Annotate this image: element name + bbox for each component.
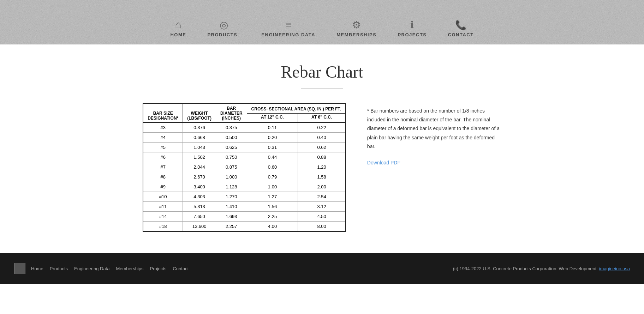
- cell-at12: 1.56: [247, 202, 298, 212]
- cell-weight: 4.303: [183, 192, 216, 202]
- info-panel: * Bar numbers are based on the number of…: [367, 103, 501, 232]
- nav-header: HOME PRODUCTS ENGINEERING DATA MEMBERSHI…: [0, 0, 644, 44]
- col-weight: WEIGHT(LBS/FOOT): [183, 103, 216, 122]
- cell-diameter: 1.693: [216, 212, 247, 222]
- cell-at6: 8.00: [298, 222, 346, 232]
- nav-products[interactable]: PRODUCTS: [207, 20, 240, 37]
- col-at12: AT 12" C.C.: [247, 113, 298, 122]
- cell-at12: 0.11: [247, 122, 298, 133]
- footer-link-contact[interactable]: Contact: [173, 266, 189, 271]
- cell-at6: 0.88: [298, 152, 346, 162]
- cell-at6: 4.50: [298, 212, 346, 222]
- nav-home-label: HOME: [170, 32, 186, 37]
- cell-bar: #3: [143, 122, 183, 133]
- cell-diameter: 0.625: [216, 143, 247, 152]
- cell-weight: 1.502: [183, 152, 216, 162]
- nav-projects-label: PROJECTS: [398, 32, 427, 37]
- cell-bar: #10: [143, 192, 183, 202]
- cell-bar: #8: [143, 172, 183, 182]
- table-row: #1813.6002.2574.008.00: [143, 222, 346, 232]
- cell-at6: 1.20: [298, 162, 346, 172]
- projects-icon: [410, 20, 414, 30]
- cell-diameter: 1.270: [216, 192, 247, 202]
- col-cross-section: CROSS- SECTIONAL AREA (SQ. IN.) PER FT.: [247, 103, 346, 113]
- cell-diameter: 0.500: [216, 133, 247, 143]
- cell-diameter: 1.128: [216, 182, 247, 192]
- cell-at12: 0.60: [247, 162, 298, 172]
- cell-diameter: 1.000: [216, 172, 247, 182]
- cell-at6: 1.58: [298, 172, 346, 182]
- cell-weight: 13.600: [183, 222, 216, 232]
- copyright-text: (c) 1994-2022 U.S. Concrete Products Cor…: [453, 266, 599, 271]
- cell-bar: #4: [143, 133, 183, 143]
- cell-bar: #6: [143, 152, 183, 162]
- cell-bar: #9: [143, 182, 183, 192]
- web-dev-link[interactable]: imagineinc-usa: [599, 266, 630, 271]
- products-icon: [220, 20, 228, 30]
- nav-memberships[interactable]: MEMBERSHIPS: [336, 20, 376, 37]
- nav-memberships-label: MEMBERSHIPS: [336, 32, 376, 37]
- cell-weight: 2.670: [183, 172, 216, 182]
- engdata-icon: [286, 19, 291, 30]
- rebar-table: BAR SIZEDESIGNATION* WEIGHT(LBS/FOOT) BA…: [143, 103, 346, 232]
- cell-at12: 0.44: [247, 152, 298, 162]
- table-row: #30.3760.3750.110.22: [143, 122, 346, 133]
- col-at6: AT 6" C.C.: [298, 113, 346, 122]
- table-row: #93.4001.1281.002.00: [143, 182, 346, 192]
- nav-contact[interactable]: CONTACT: [448, 20, 474, 37]
- cell-weight: 7.650: [183, 212, 216, 222]
- download-pdf-link[interactable]: Download PDF: [367, 160, 400, 165]
- nav-products-label: PRODUCTS: [207, 32, 240, 37]
- footer-links: HomeProductsEngineering DataMembershipsP…: [31, 266, 189, 271]
- cell-bar: #7: [143, 162, 183, 172]
- cell-at6: 0.22: [298, 122, 346, 133]
- footer-left: HomeProductsEngineering DataMembershipsP…: [14, 263, 189, 274]
- cell-diameter: 0.375: [216, 122, 247, 133]
- cell-at12: 0.79: [247, 172, 298, 182]
- cell-weight: 1.043: [183, 143, 216, 152]
- cell-weight: 0.668: [183, 133, 216, 143]
- main-content: Rebar Chart BAR SIZEDESIGNATION* WEIGHT(…: [0, 44, 644, 253]
- title-divider: [301, 89, 343, 89]
- footer-link-home[interactable]: Home: [31, 266, 43, 271]
- footer-link-memberships[interactable]: Memberships: [116, 266, 143, 271]
- footer-link-engineering-data[interactable]: Engineering Data: [74, 266, 109, 271]
- footer-link-projects[interactable]: Projects: [150, 266, 167, 271]
- cell-bar: #5: [143, 143, 183, 152]
- table-row: #72.0440.8750.601.20: [143, 162, 346, 172]
- table-row: #40.6680.5000.200.40: [143, 133, 346, 143]
- footer-logo: [14, 263, 25, 274]
- footer-copyright: (c) 1994-2022 U.S. Concrete Products Cor…: [453, 266, 630, 271]
- col-bar-size: BAR SIZEDESIGNATION*: [143, 103, 183, 122]
- cell-weight: 5.313: [183, 202, 216, 212]
- cell-at6: 0.62: [298, 143, 346, 152]
- cell-at12: 1.27: [247, 192, 298, 202]
- cell-bar: #18: [143, 222, 183, 232]
- cell-at6: 2.54: [298, 192, 346, 202]
- cell-at12: 0.31: [247, 143, 298, 152]
- cell-weight: 0.376: [183, 122, 216, 133]
- cell-at12: 2.25: [247, 212, 298, 222]
- home-icon: [175, 19, 181, 30]
- cell-weight: 3.400: [183, 182, 216, 192]
- table-row: #61.5020.7500.440.88: [143, 152, 346, 162]
- memberships-icon: [352, 20, 361, 30]
- cell-diameter: 1.410: [216, 202, 247, 212]
- nav-home[interactable]: HOME: [170, 19, 186, 37]
- nav-engineering-data[interactable]: ENGINEERING DATA: [261, 19, 315, 37]
- col-diameter: BARDIAMETER(INCHES): [216, 103, 247, 122]
- nav-engdata-label: ENGINEERING DATA: [261, 32, 315, 37]
- cell-at6: 2.00: [298, 182, 346, 192]
- footer: HomeProductsEngineering DataMembershipsP…: [0, 253, 644, 284]
- nav-projects[interactable]: PROJECTS: [398, 20, 427, 37]
- cell-weight: 2.044: [183, 162, 216, 172]
- contact-icon: [455, 20, 466, 30]
- cell-at6: 0.40: [298, 133, 346, 143]
- table-wrapper: BAR SIZEDESIGNATION* WEIGHT(LBS/FOOT) BA…: [143, 103, 346, 232]
- content-area: BAR SIZEDESIGNATION* WEIGHT(LBS/FOOT) BA…: [128, 103, 516, 232]
- footer-link-products[interactable]: Products: [50, 266, 68, 271]
- table-row: #51.0430.6250.310.62: [143, 143, 346, 152]
- cell-at6: 3.12: [298, 202, 346, 212]
- table-row: #82.6701.0000.791.58: [143, 172, 346, 182]
- cell-diameter: 0.875: [216, 162, 247, 172]
